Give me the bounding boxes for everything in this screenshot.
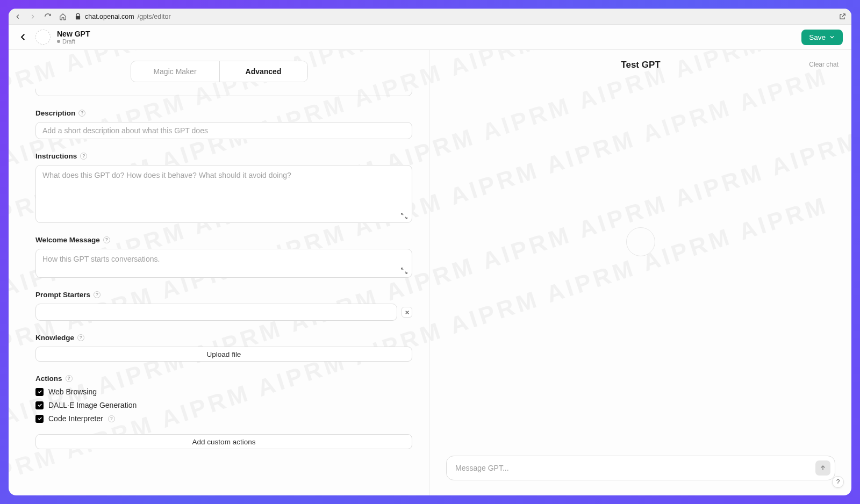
checked-icon xyxy=(35,415,44,423)
gpt-avatar-placeholder[interactable] xyxy=(35,30,51,45)
upload-file-button[interactable]: Upload file xyxy=(35,347,412,362)
description-label: Description ? xyxy=(35,109,412,117)
url-bar[interactable]: chat.openai.com/gpts/editor xyxy=(74,13,171,20)
browser-home-icon[interactable] xyxy=(59,13,67,20)
tab-group: Magic Maker Advanced xyxy=(131,61,308,82)
tab-advanced[interactable]: Advanced xyxy=(219,61,307,82)
preview-pane: Test GPT Clear chat xyxy=(430,50,851,495)
help-icon[interactable]: ? xyxy=(78,110,85,117)
expand-icon[interactable] xyxy=(400,212,408,220)
welcome-label: Welcome Message ? xyxy=(35,236,412,244)
form-scroll[interactable]: Description ? Instructions ? xyxy=(9,89,429,495)
configure-pane: Magic Maker Advanced Description ? xyxy=(9,50,430,495)
chat-input[interactable] xyxy=(446,456,835,480)
description-input[interactable] xyxy=(35,122,412,139)
prompt-starter-input[interactable] xyxy=(35,304,397,321)
knowledge-label: Knowledge ? xyxy=(35,334,412,342)
url-host: chat.openai.com xyxy=(85,13,134,20)
browser-back-icon[interactable] xyxy=(14,13,22,20)
app-header: New GPT Draft Save xyxy=(9,25,851,50)
save-button[interactable]: Save xyxy=(801,30,843,45)
welcome-input[interactable] xyxy=(35,249,412,278)
checkbox-web-browsing[interactable]: Web Browsing xyxy=(35,387,412,396)
status-dot-icon xyxy=(57,40,60,43)
help-icon[interactable]: ? xyxy=(108,415,115,422)
back-button[interactable] xyxy=(17,31,29,43)
status-badge: Draft xyxy=(57,38,90,45)
page-title: New GPT xyxy=(57,30,90,38)
checkbox-dalle[interactable]: DALL·E Image Generation xyxy=(35,401,412,409)
add-custom-actions-button[interactable]: Add custom actions xyxy=(35,434,412,449)
prompt-starters-label: Prompt Starters ? xyxy=(35,291,412,299)
open-external-icon[interactable] xyxy=(838,13,846,20)
clear-chat-button[interactable]: Clear chat xyxy=(809,61,838,68)
checked-icon xyxy=(35,401,44,409)
lock-icon xyxy=(74,13,82,20)
help-icon[interactable]: ? xyxy=(94,291,101,298)
url-path: /gpts/editor xyxy=(138,13,171,20)
send-button[interactable] xyxy=(815,460,830,476)
app-window: chat.openai.com/gpts/editor New GPT Draf… xyxy=(9,9,851,495)
expand-icon[interactable] xyxy=(400,267,408,275)
tab-row: Magic Maker Advanced xyxy=(9,50,429,89)
checked-icon xyxy=(35,388,44,396)
instructions-label: Instructions ? xyxy=(35,152,412,160)
actions-label: Actions ? xyxy=(35,375,412,383)
name-field-partial[interactable] xyxy=(35,89,412,96)
help-icon[interactable]: ? xyxy=(77,334,84,341)
main-area: AIPRM AIPRM AIPRM AIPRM AIPRM AIPRM AIPR… xyxy=(9,50,851,495)
instructions-input[interactable] xyxy=(35,165,412,223)
help-icon[interactable]: ? xyxy=(80,153,87,160)
help-icon[interactable]: ? xyxy=(103,236,110,243)
preview-title: Test GPT xyxy=(621,60,660,70)
remove-prompt-button[interactable] xyxy=(402,307,412,318)
browser-toolbar: chat.openai.com/gpts/editor xyxy=(9,9,851,25)
checkbox-code-interpreter[interactable]: Code Interpreter ? xyxy=(35,414,412,423)
help-floating-button[interactable]: ? xyxy=(832,476,844,488)
browser-reload-icon[interactable] xyxy=(44,13,52,20)
chat-text-field[interactable] xyxy=(455,464,811,472)
tab-magic-maker[interactable]: Magic Maker xyxy=(131,61,219,82)
browser-forward-icon[interactable] xyxy=(29,13,37,20)
preview-avatar-placeholder xyxy=(626,227,655,256)
help-icon[interactable]: ? xyxy=(66,375,73,382)
